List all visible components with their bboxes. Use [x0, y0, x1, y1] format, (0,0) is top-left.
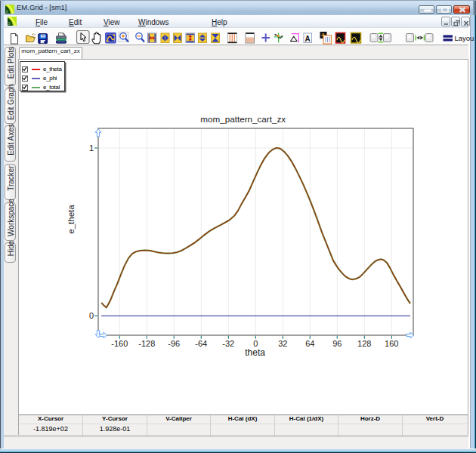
svg-text:Layou: Layou [455, 34, 474, 42]
svg-text:A: A [305, 35, 311, 43]
